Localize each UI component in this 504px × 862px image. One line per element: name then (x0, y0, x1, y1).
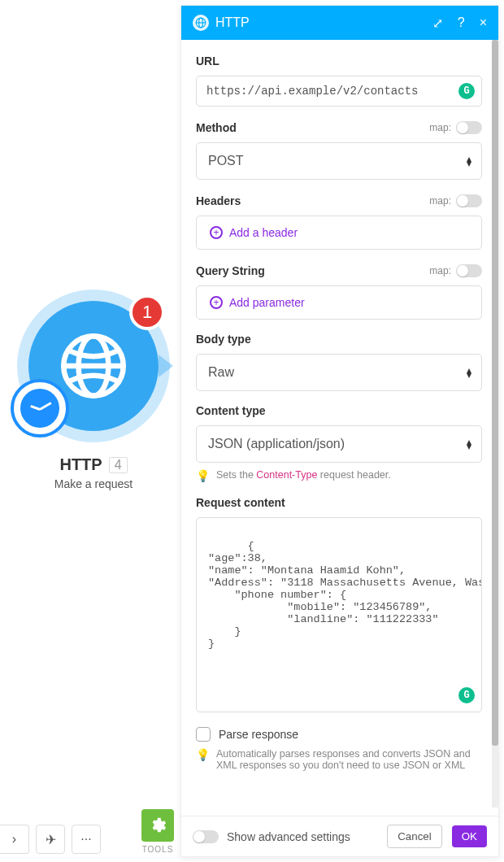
module-index: 4 (109, 457, 128, 473)
module-config-panel: HTTP ⤢ ? × URL https://api.example/v2/co… (180, 5, 499, 857)
content-type-selected-value: JSON (application/json) (208, 437, 345, 451)
url-label: URL (196, 54, 482, 67)
tools-label: TOOLS (141, 845, 174, 854)
query-string-label: Query String (196, 264, 265, 277)
panel-header: HTTP ⤢ ? × (181, 6, 498, 40)
method-selected-value: POST (208, 154, 244, 168)
more-button[interactable]: ··· (72, 825, 101, 854)
scenario-canvas: 1 HTTP 4 Make a request › ✈ ··· (0, 0, 180, 862)
explain-flow-button[interactable]: ✈ (36, 825, 65, 854)
schedule-trigger-icon[interactable] (11, 379, 69, 438)
add-header-button[interactable]: + Add a header (196, 216, 482, 250)
scrollbar-thumb[interactable] (492, 40, 498, 746)
module-connector (159, 355, 173, 377)
panel-header-icon (193, 15, 209, 31)
url-input[interactable]: https://api.example/v2/contacts G (196, 76, 482, 107)
chevron-updown-icon: ▴▾ (467, 156, 471, 166)
cancel-button[interactable]: Cancel (387, 825, 442, 848)
gear-icon (149, 816, 167, 834)
parse-response-row[interactable]: Parse response (196, 727, 482, 742)
request-content-label: Request content (196, 496, 482, 509)
http-module-node[interactable]: 1 HTTP 4 Make a request (16, 301, 171, 490)
body-type-select[interactable]: Raw ▴▾ (196, 354, 482, 391)
body-type-label: Body type (196, 333, 482, 346)
body-type-selected-value: Raw (208, 365, 234, 380)
content-type-label: Content type (196, 404, 482, 417)
content-type-hint: 💡 Sets the Content-Type request header. (196, 469, 482, 483)
module-notification-badge[interactable]: 1 (129, 294, 165, 330)
toggle-switch[interactable] (456, 264, 482, 277)
grammarly-icon[interactable]: G (458, 687, 475, 703)
parse-response-label: Parse response (219, 728, 298, 741)
chevron-updown-icon: ▴▾ (467, 368, 471, 377)
advanced-settings-toggle[interactable]: Show advanced settings (193, 830, 377, 843)
toggle-switch[interactable] (193, 830, 219, 843)
map-label: map: (429, 265, 451, 276)
add-parameter-button[interactable]: + Add parameter (196, 285, 482, 320)
parse-response-hint: 💡 Automatically parses responses and con… (196, 748, 482, 771)
headers-map-toggle[interactable]: map: (429, 194, 482, 207)
globe-icon (59, 332, 128, 400)
request-content-textarea[interactable]: { "age":38, "name": "Montana Haamid Kohn… (196, 517, 482, 712)
help-icon[interactable]: ? (458, 15, 465, 30)
close-icon[interactable]: × (480, 15, 487, 30)
tools-button[interactable] (141, 809, 174, 842)
chevron-updown-icon: ▴▾ (467, 439, 471, 449)
toolbar-button-left[interactable]: › (0, 825, 29, 854)
plus-icon: + (210, 226, 223, 239)
airplane-icon: ✈ (46, 832, 56, 847)
grammarly-icon[interactable]: G (458, 83, 475, 99)
module-subtitle: Make a request (16, 477, 171, 490)
url-input-value: https://api.example/v2/contacts (206, 85, 418, 98)
panel-body: URL https://api.example/v2/contacts G Me… (181, 40, 498, 816)
query-map-toggle[interactable]: map: (429, 264, 482, 277)
method-label: Method (196, 121, 237, 134)
method-map-toggle[interactable]: map: (429, 121, 482, 134)
panel-title: HTTP (215, 15, 418, 30)
caret-icon: › (12, 832, 16, 847)
toggle-switch[interactable] (456, 121, 482, 134)
request-content-value: { "age":38, "name": "Montana Haamid Kohn… (208, 540, 482, 650)
method-select[interactable]: POST ▴▾ (196, 142, 482, 180)
ok-button[interactable]: OK (452, 825, 487, 847)
panel-scrollbar[interactable] (492, 40, 498, 808)
module-circle[interactable]: 1 (28, 301, 159, 431)
expand-icon[interactable]: ⤢ (432, 15, 443, 31)
tools-column: TOOLS (141, 809, 174, 854)
add-parameter-label: Add parameter (229, 296, 305, 309)
canvas-bottom-toolbar: › ✈ ··· TOOLS (0, 809, 180, 854)
module-title: HTTP (59, 455, 102, 474)
bulb-icon: 💡 (196, 469, 210, 483)
advanced-settings-label: Show advanced settings (227, 830, 350, 843)
content-type-select[interactable]: JSON (application/json) ▴▾ (196, 425, 482, 463)
bulb-icon: 💡 (196, 748, 210, 762)
add-header-label: Add a header (229, 226, 298, 239)
toggle-switch[interactable] (456, 194, 482, 207)
panel-footer: Show advanced settings Cancel OK (181, 816, 498, 856)
map-label: map: (429, 195, 451, 207)
headers-label: Headers (196, 194, 241, 207)
more-icon: ··· (80, 832, 91, 847)
map-label: map: (429, 122, 451, 133)
parse-response-checkbox[interactable] (196, 727, 211, 742)
plus-icon: + (210, 296, 223, 309)
module-title-row: HTTP 4 (16, 455, 171, 474)
